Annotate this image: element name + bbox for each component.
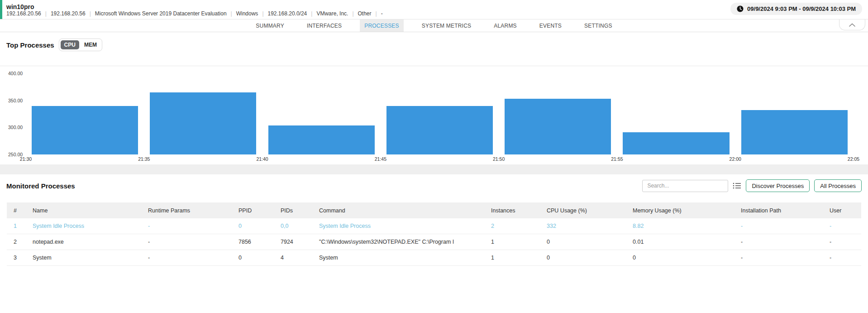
device-meta: 192.168.20.56|192.168.20.56|Microsoft Wi…	[6, 11, 383, 17]
chart-bar[interactable]	[386, 106, 493, 154]
table-cell-pids: 4	[274, 255, 312, 261]
table-cell-name[interactable]: notepad.exe	[26, 239, 141, 245]
search-input[interactable]	[642, 180, 728, 192]
table-cell-num: 3	[7, 255, 26, 261]
device-meta-item: 192.168.20.56	[6, 11, 41, 17]
column-header-cpu-usage[interactable]: CPU Usage (%)	[540, 207, 626, 214]
column-header-runtime-params[interactable]: Runtime Params	[141, 207, 232, 214]
chart-bar[interactable]	[150, 92, 256, 154]
x-axis-tick-label: 21:50	[493, 156, 505, 162]
column-header-pids[interactable]: PIDs	[274, 207, 312, 214]
table-cell-command: System	[312, 255, 484, 261]
x-axis-tick-label: 21:35	[138, 156, 150, 162]
x-axis-tick-label: 21:40	[256, 156, 268, 162]
table-row[interactable]: 3System-04System100--	[7, 250, 861, 266]
device-meta-item: VMware, Inc.	[316, 11, 348, 17]
table-header-row: #NameRuntime ParamsPPIDPIDsCommandInstan…	[7, 202, 861, 218]
table-cell-memory-usage: 8.82	[626, 223, 734, 229]
device-meta-item: -	[381, 11, 383, 17]
column-header-user[interactable]: User	[823, 207, 861, 214]
chart-bar-slot	[262, 73, 381, 154]
monitored-processes-title: Monitored Processes	[6, 182, 75, 190]
tab-interfaces[interactable]: INTERFACES	[302, 19, 346, 32]
chart-bar[interactable]	[505, 99, 611, 154]
table-cell-ppid: 7856	[232, 239, 274, 245]
mem-toggle-button[interactable]: MEM	[81, 40, 100, 49]
top-processes-title: Top Processes	[6, 41, 54, 49]
chart-bar-slot	[735, 73, 854, 154]
device-meta-item: Other	[358, 11, 372, 17]
x-axis-tick-label: 22:00	[730, 156, 741, 162]
meta-separator: |	[231, 11, 232, 17]
chart-bar[interactable]	[32, 106, 138, 154]
chart-bar-slot	[26, 73, 144, 154]
y-axis-tick-label: 350.00	[8, 98, 23, 103]
column-header-num[interactable]: #	[7, 207, 26, 214]
table-cell-command: "C:\Windows\system32\NOTEPAD.EXE" C:\Pro…	[312, 239, 484, 245]
tab-system-metrics[interactable]: SYSTEM METRICS	[417, 19, 476, 32]
column-header-ppid[interactable]: PPID	[232, 207, 274, 214]
meta-separator: |	[376, 11, 377, 17]
tab-summary[interactable]: SUMMARY	[251, 19, 289, 32]
table-cell-ppid: 0	[232, 223, 274, 229]
discover-processes-button[interactable]: Discover Processes	[746, 179, 810, 192]
column-header-name[interactable]: Name	[26, 207, 141, 214]
clock-icon	[737, 5, 744, 12]
table-cell-name[interactable]: System	[26, 255, 141, 261]
cpu-toggle-button[interactable]: CPU	[61, 40, 79, 49]
section-divider	[0, 66, 868, 66]
device-meta-item: Microsoft Windows Server 2019 Datacenter…	[95, 11, 227, 17]
table-cell-pids: 7924	[274, 239, 312, 245]
table-cell-cpu-usage: 332	[540, 223, 626, 229]
time-range-label: 09/9/2024 9:03 PM - 09/9/2024 10:03 PM	[747, 5, 856, 12]
table-cell-ppid: 0	[232, 255, 274, 261]
list-view-icon[interactable]	[733, 182, 741, 189]
tab-alarms[interactable]: ALARMS	[489, 19, 521, 32]
table-cell-user: -	[823, 255, 861, 261]
table-cell-installation-path: -	[734, 255, 823, 261]
tab-processes[interactable]: PROCESSES	[360, 19, 404, 32]
chart-bar[interactable]	[741, 110, 848, 154]
chart-bar-slot	[381, 73, 499, 154]
chart-bar[interactable]	[623, 132, 729, 154]
chart-bar-slot	[144, 73, 262, 154]
device-meta-item: Windows	[236, 11, 258, 17]
table-cell-instances: 1	[484, 255, 540, 261]
table-cell-runtime-params: -	[141, 255, 232, 261]
time-range-selector[interactable]: 09/9/2024 9:03 PM - 09/9/2024 10:03 PM	[730, 3, 862, 15]
table-cell-installation-path: -	[734, 223, 823, 229]
column-header-memory-usage[interactable]: Memory Usage (%)	[626, 207, 734, 214]
device-meta-item: 192.168.20.56	[51, 11, 86, 17]
table-cell-name[interactable]: System Idle Process	[26, 223, 141, 229]
table-cell-instances: 1	[484, 239, 540, 245]
table-cell-runtime-params: -	[141, 223, 232, 229]
column-header-installation-path[interactable]: Installation Path	[734, 207, 823, 214]
chart-bar[interactable]	[268, 125, 375, 154]
tab-events[interactable]: EVENTS	[535, 19, 566, 32]
table-row[interactable]: 1System Idle Process-00,0System Idle Pro…	[7, 218, 861, 234]
column-header-command[interactable]: Command	[312, 207, 484, 214]
table-row[interactable]: 2notepad.exe-78567924"C:\Windows\system3…	[7, 234, 861, 250]
table-cell-user: -	[823, 239, 861, 245]
column-header-instances[interactable]: Instances	[484, 207, 540, 214]
table-cell-num: 1	[7, 223, 26, 229]
device-header: win10pro 192.168.20.56|192.168.20.56|Mic…	[0, 0, 868, 19]
chevron-up-icon	[849, 23, 855, 27]
device-meta-item: 192.168.20.0/24	[268, 11, 307, 17]
table-cell-installation-path: -	[734, 239, 823, 245]
section-separator-band	[0, 164, 868, 174]
chart-bar-slot	[499, 73, 617, 154]
x-axis-tick-label: 21:30	[20, 156, 32, 162]
collapse-header-button[interactable]	[839, 19, 865, 30]
device-status-bar	[0, 0, 2, 19]
cpu-mem-toggle: CPU MEM	[59, 39, 102, 51]
table-cell-command: System Idle Process	[312, 223, 484, 229]
table-cell-user: -	[823, 223, 861, 229]
meta-separator: |	[262, 11, 263, 17]
table-cell-cpu-usage: 0	[540, 239, 626, 245]
table-cell-memory-usage: 0	[626, 255, 734, 261]
all-processes-button[interactable]: All Processes	[814, 179, 862, 192]
processes-table: #NameRuntime ParamsPPIDPIDsCommandInstan…	[7, 202, 861, 266]
tab-settings[interactable]: SETTINGS	[580, 19, 617, 32]
table-cell-instances: 2	[484, 223, 540, 229]
